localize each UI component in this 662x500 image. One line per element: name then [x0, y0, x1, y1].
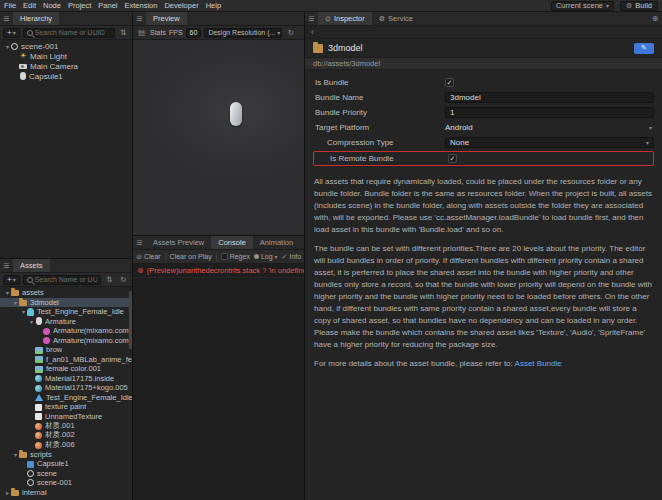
assets-item-armature-mixamo-com-layer3-001[interactable]: Armature(mixamo.com)|Layer3.001 — [0, 336, 132, 346]
folder-icon — [19, 300, 27, 306]
assets-item-brow[interactable]: brow — [0, 345, 132, 355]
assets-item-internal[interactable]: ▸internal — [0, 488, 132, 498]
fps-value[interactable]: 60 — [186, 28, 202, 38]
is-bundle-checkbox[interactable]: ✓ — [445, 78, 454, 87]
refresh-icon[interactable]: ↻ — [118, 275, 129, 284]
assets-item-material17175-inside[interactable]: Material17175.inside — [0, 374, 132, 384]
expand-arrow-icon[interactable]: ▸ — [4, 489, 11, 496]
model-icon — [27, 308, 34, 316]
menu-developer[interactable]: Developer — [164, 1, 198, 10]
scrollbar[interactable] — [129, 291, 132, 349]
hierarchy-item-capsule1[interactable]: Capsule1 — [0, 71, 132, 81]
hierarchy-item-main-light[interactable]: ☀Main Light — [0, 51, 132, 61]
log-filter-select[interactable]: Log ▾ — [254, 253, 278, 260]
sort-icon[interactable]: ⇅ — [104, 275, 115, 284]
panel-menu-icon[interactable]: ☰ — [133, 15, 146, 23]
assets-item-test-engine-female-idle[interactable]: Test_Engine_Female_Idle — [0, 393, 132, 403]
is-remote-bundle-checkbox[interactable]: ✓ — [448, 154, 457, 163]
asset-bundle-doc-link[interactable]: Asset Bundle — [515, 359, 562, 368]
collapse-arrow-icon[interactable]: ▾ — [28, 318, 35, 325]
hierarchy-item-scene-001[interactable]: ▾scene-001 — [0, 41, 132, 51]
menu-project[interactable]: Project — [68, 1, 91, 10]
tab-label: Preview — [153, 14, 180, 23]
console-tab-animation[interactable]: Animation — [253, 236, 300, 249]
assets-item-f-an01-mblab-anime-female-003[interactable]: f_an01_MBLab_anime_female.003 — [0, 355, 132, 365]
left-column: ☰ Hierarchy +▾ ⇅ ▾scene-001☀Main LightMa… — [0, 12, 133, 500]
assets-item-armature[interactable]: ▾Armature — [0, 317, 132, 327]
collapse-arrow-icon[interactable]: ▾ — [20, 308, 27, 315]
collapse-arrow-icon[interactable]: ▾ — [4, 43, 11, 50]
menu-file[interactable]: File — [4, 1, 16, 10]
assets-item-002[interactable]: 材质.002 — [0, 431, 132, 441]
assets-item-3dmodel[interactable]: ▾3dmodel — [0, 298, 132, 308]
hierarchy-search-input[interactable] — [35, 29, 111, 36]
menu-node[interactable]: Node — [43, 1, 61, 10]
console-entry[interactable]: ⊗(Preview)unanthedecrontrits.stack ? 'in… — [133, 264, 304, 278]
assets-item-001[interactable]: 材质.001 — [0, 421, 132, 431]
target-platform-section[interactable]: Android ▾ — [445, 123, 654, 132]
assets-item-006[interactable]: 材质.006 — [0, 440, 132, 450]
panel-menu-icon[interactable]: ☰ — [133, 239, 146, 247]
panel-menu-icon[interactable]: ☰ — [0, 15, 13, 23]
assets-search[interactable] — [23, 275, 101, 285]
menu-help[interactable]: Help — [206, 1, 221, 10]
info-filter[interactable]: ✓ Info — [282, 253, 302, 261]
preview-viewport[interactable] — [133, 40, 304, 235]
assets-item-female-color-001[interactable]: female color.001 — [0, 364, 132, 374]
rotate-device-icon[interactable]: ↻ — [285, 28, 296, 37]
console-tab-console[interactable]: Console — [211, 236, 253, 249]
tab-preview[interactable]: Preview — [146, 12, 187, 25]
hierarchy-item-main-camera[interactable]: Main Camera — [0, 61, 132, 71]
assets-item-scene-001[interactable]: scene-001 — [0, 478, 132, 488]
collapse-arrow-icon[interactable]: ▾ — [4, 289, 11, 296]
clear-icon: ⊘ — [136, 253, 142, 261]
item-label: 3dmodel — [30, 298, 59, 307]
compression-type-select[interactable]: None ▾ — [445, 137, 654, 148]
clear-on-play-toggle[interactable]: Clear on Play — [170, 253, 212, 260]
create-asset-button[interactable]: +▾ — [3, 275, 20, 285]
tab-assets[interactable]: Assets — [13, 259, 50, 272]
collapse-arrow-icon[interactable]: ▾ — [12, 299, 19, 306]
material-icon — [35, 442, 42, 449]
assets-item-scene[interactable]: scene — [0, 469, 132, 479]
assets-search-input[interactable] — [35, 276, 97, 283]
assets-item-unnamedtexture[interactable]: UnnamedTexture — [0, 412, 132, 422]
assets-item-assets[interactable]: ▾assets — [0, 288, 132, 298]
inspector-nav: ‹ — [305, 26, 662, 39]
build-button[interactable]: ⚙ Build — [620, 1, 658, 11]
create-node-button[interactable]: +▾ — [3, 28, 20, 38]
assets-item-test-engine-female-idle[interactable]: ▾Test_Engine_Female_Idle — [0, 307, 132, 317]
bundle-name-input[interactable] — [445, 92, 654, 103]
assets-item-capsule1[interactable]: Capsule1 — [0, 459, 132, 469]
sort-icon[interactable]: ⇅ — [118, 28, 129, 37]
back-arrow-icon[interactable]: ‹ — [311, 27, 323, 37]
regex-checkbox[interactable] — [221, 253, 228, 260]
clear-button[interactable]: ⊘ Clear — [136, 253, 161, 261]
edit-asset-button[interactable]: ✎ — [634, 43, 654, 54]
tab-hierarchy[interactable]: Hierarchy — [13, 12, 59, 25]
capsule-3d-object[interactable] — [230, 102, 242, 126]
design-resolution-select[interactable]: Design Resolution (... ▾ — [204, 28, 282, 38]
tab-label: Assets Preview — [153, 238, 204, 247]
hierarchy-search[interactable] — [23, 28, 115, 38]
panel-menu-icon[interactable]: ☰ — [0, 262, 13, 270]
collapse-arrow-icon[interactable]: ▾ — [12, 451, 19, 458]
chevron-down-icon: ▾ — [275, 253, 278, 260]
bundle-priority-input[interactable] — [445, 107, 654, 118]
pin-icon[interactable]: ⊕ — [648, 14, 662, 23]
menu-edit[interactable]: Edit — [23, 1, 36, 10]
panel-menu-icon[interactable]: ☰ — [305, 15, 318, 23]
console-tab-assets-preview[interactable]: Assets Preview — [146, 236, 211, 249]
menu-extension[interactable]: Extension — [125, 1, 158, 10]
inspector-tab-inspector[interactable]: ⊙Inspector — [318, 12, 372, 25]
search-icon — [27, 30, 33, 36]
regex-toggle[interactable]: Regex — [221, 253, 250, 260]
menu-panel[interactable]: Panel — [98, 1, 117, 10]
inspector-tab-service[interactable]: ⚙Service — [372, 12, 420, 25]
current-scene-select[interactable]: Current scene ▾ — [551, 1, 614, 11]
stats-icon[interactable]: ▤ — [136, 28, 147, 37]
assets-item-texture-paint[interactable]: texture paint — [0, 402, 132, 412]
assets-item-material17175-kogo-005[interactable]: Material17175+kogo.005 — [0, 383, 132, 393]
assets-item-scripts[interactable]: ▾scripts — [0, 450, 132, 460]
assets-item-armature-mixamo-com-layer0[interactable]: Armature(mixamo.com)|Layer0 — [0, 326, 132, 336]
